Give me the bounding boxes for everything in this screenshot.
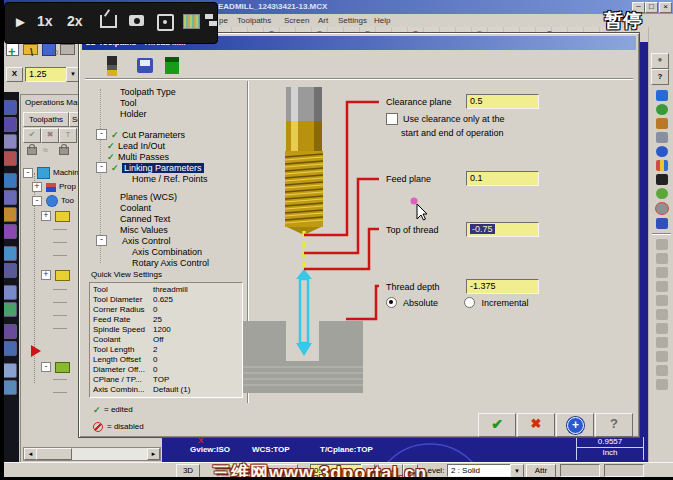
tab-toolpaths[interactable]: Toolpaths (23, 112, 69, 127)
cancel-button[interactable]: ✖ (517, 413, 555, 437)
create-arc-icon[interactable]: ○ (52, 46, 64, 58)
scale-combo[interactable]: 1.25 (25, 67, 70, 82)
dock-icon[interactable] (2, 173, 17, 188)
target-icon[interactable] (656, 90, 668, 101)
lock-icon[interactable] (57, 147, 71, 157)
dock-icon[interactable] (2, 341, 17, 356)
globe-blue-icon[interactable] (656, 146, 668, 157)
disabled-tool-icon[interactable] (656, 267, 668, 278)
dock-icon[interactable] (2, 246, 17, 261)
create-line-icon[interactable]: \ (30, 46, 42, 58)
disabled-tool-icon[interactable] (656, 253, 668, 264)
layout-icon[interactable] (205, 14, 218, 27)
tree-item-tool[interactable]: Tool (89, 97, 137, 108)
collapse-icon[interactable]: - (96, 235, 107, 246)
3d-button[interactable]: 3D (176, 464, 200, 478)
ops-node-toolgroup[interactable]: - Too (32, 195, 74, 207)
speed-1x-button[interactable]: 1x (37, 13, 53, 29)
disabled-tool-icon[interactable] (656, 365, 668, 376)
help-button[interactable]: ? (595, 413, 633, 437)
incremental-radio[interactable] (464, 297, 475, 308)
clearance-only-checkbox[interactable] (386, 113, 398, 125)
tree-item-holder[interactable]: Holder (89, 108, 147, 119)
save-parameters-icon[interactable] (137, 58, 153, 73)
collapse-icon[interactable]: - (96, 129, 107, 140)
dock-icon[interactable] (2, 190, 17, 205)
dock-icon[interactable] (2, 117, 17, 132)
tree-item-linking-parameters[interactable]: - ✓ Linking Parameters (89, 162, 204, 173)
thread-depth-field[interactable]: -1.375 (466, 279, 539, 294)
dock-icon[interactable] (2, 285, 17, 300)
feed-plane-field[interactable]: 0.1 (466, 171, 539, 186)
expander-icon[interactable]: - (32, 196, 42, 206)
speed-2x-button[interactable]: 2x (67, 13, 83, 29)
dock-icon[interactable] (2, 263, 17, 278)
collapse-icon[interactable]: - (96, 162, 107, 173)
tree-item-rotary-axis-control[interactable]: Rotary Axis Control (89, 257, 209, 268)
clearance-plane-field[interactable]: 0.5 (466, 94, 539, 109)
globe-green-icon[interactable] (656, 104, 668, 115)
pattern-icon[interactable] (183, 14, 200, 29)
menu-item-screen[interactable]: Screen (284, 16, 309, 26)
clearance-only-checkbox-row[interactable]: Use clearance only at the (386, 113, 505, 125)
select-none-icon[interactable]: ✖ (41, 128, 59, 143)
disabled-tool-icon[interactable] (656, 337, 668, 348)
expander-icon[interactable]: - (23, 168, 33, 178)
tree-item-coolant[interactable]: Coolant (89, 202, 151, 213)
dock-icon[interactable] (2, 134, 17, 149)
expander-icon[interactable]: + (41, 211, 51, 221)
disabled-tool-icon[interactable] (656, 295, 668, 306)
disabled-tool-icon[interactable] (656, 239, 668, 250)
hidden-combo[interactable] (560, 464, 600, 477)
x-coordinate-button[interactable]: X (6, 67, 23, 82)
palette-grid-icon[interactable] (656, 160, 668, 171)
expander-icon[interactable]: + (41, 270, 51, 280)
hidden-combo[interactable] (604, 464, 644, 477)
disabled-tool-icon[interactable] (656, 281, 668, 292)
tree-item-axis-combination[interactable]: Axis Combination (89, 246, 202, 257)
level-dropdown-icon[interactable]: ▼ (510, 464, 524, 478)
ops-node-properties[interactable]: + Prop (32, 181, 76, 193)
attributes-button[interactable]: Attr (526, 464, 556, 478)
ops-node-folder-selected[interactable]: - (41, 361, 70, 373)
tree-item-axis-control[interactable]: - Axis Control (89, 235, 171, 246)
menu-item-settings[interactable]: Settings (338, 16, 367, 26)
ops-node-folder[interactable]: + (41, 210, 70, 222)
scroll-thumb[interactable] (36, 448, 72, 460)
robot-icon[interactable] (656, 132, 668, 143)
disabled-tool-icon[interactable] (656, 379, 668, 390)
asterisk-icon[interactable] (656, 174, 668, 185)
select-all-icon[interactable]: ✔ (23, 128, 41, 143)
disabled-tool-icon[interactable] (656, 323, 668, 334)
tree-item-lead-in-out[interactable]: ✓ Lead In/Out (89, 140, 165, 151)
expander-icon[interactable]: + (32, 182, 42, 192)
absolute-radio[interactable] (386, 297, 397, 308)
focus-region-icon[interactable] (157, 14, 174, 31)
dock-icon[interactable] (2, 363, 17, 378)
face-icon[interactable] (656, 188, 668, 199)
disabled-tool-icon[interactable] (656, 309, 668, 320)
screenshot-save-icon[interactable] (100, 15, 117, 28)
top-of-thread-field[interactable]: -0.75 (466, 222, 539, 237)
menu-item-art[interactable]: Art (318, 16, 328, 26)
ops-hscrollbar[interactable]: ◄ ► (23, 447, 161, 461)
create-point-icon[interactable]: + (8, 46, 20, 58)
dock-icon[interactable] (2, 151, 17, 166)
pen-icon[interactable] (656, 118, 668, 129)
add-operation-button[interactable]: + (556, 413, 594, 437)
menu-item-toolpaths[interactable]: Toolpaths (237, 16, 271, 26)
close-button[interactable]: × (659, 2, 672, 13)
maximize-button[interactable]: □ (645, 2, 658, 13)
ops-node-folder[interactable]: + (41, 269, 70, 281)
insert-arrow-icon[interactable] (31, 345, 41, 357)
lock-icon[interactable] (25, 147, 39, 157)
camera-icon[interactable] (129, 15, 144, 26)
dock-icon[interactable] (2, 224, 17, 239)
tree-item-home-ref-points[interactable]: Home / Ref. Points (89, 173, 208, 184)
help-toolbar-icon[interactable]: ? (651, 69, 669, 85)
thread-tool-icon[interactable] (107, 56, 117, 76)
tool-library-icon[interactable] (165, 57, 179, 74)
ok-button[interactable]: ✔ (478, 413, 516, 437)
menu-item[interactable]: pe (219, 16, 228, 26)
expander-icon[interactable]: - (41, 362, 51, 372)
